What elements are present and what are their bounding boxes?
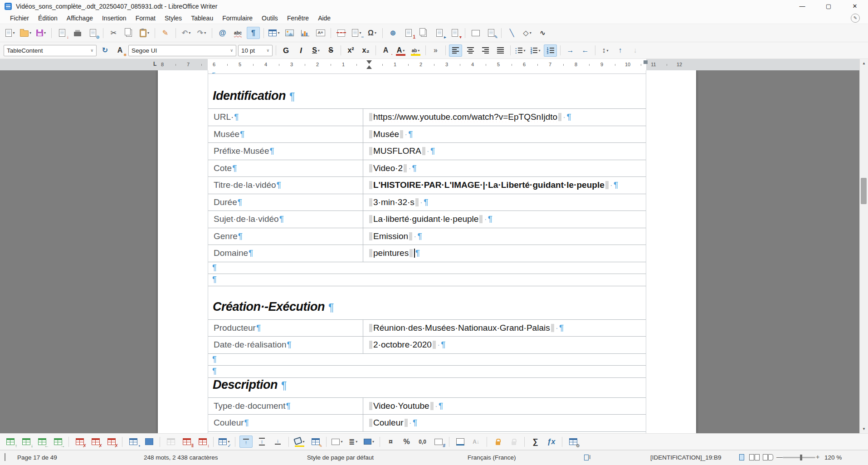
insert-field-icon[interactable]: –▾ [350, 27, 363, 39]
select-table-icon[interactable] [142, 436, 156, 448]
dropdown-arrow-icon[interactable]: ▾ [29, 31, 31, 35]
font-color-icon[interactable]: A▾ [394, 44, 407, 57]
right-indent-marker-icon[interactable] [644, 60, 648, 64]
dropdown-arrow-icon[interactable]: ▾ [318, 49, 320, 53]
table-cell-label[interactable]: Producteur¶ [208, 320, 363, 337]
percent-format-icon[interactable]: % [400, 436, 413, 448]
delete-column-icon[interactable]: ✗ [89, 436, 102, 448]
insert-caption-icon[interactable] [454, 436, 467, 448]
table-cell-label[interactable]: Cote¶ [208, 160, 363, 177]
insert-frame-icon[interactable] [469, 27, 482, 39]
selection-mode-icon[interactable]: I [584, 454, 590, 460]
page-break-icon[interactable] [335, 27, 348, 39]
number-format-icon[interactable]: # [432, 436, 445, 448]
insert-row-above-icon[interactable]: ↑ [4, 436, 17, 448]
new-style-icon[interactable]: A∗ [113, 44, 127, 57]
copy-icon[interactable] [122, 27, 136, 39]
dropdown-arrow-icon[interactable]: ▾ [341, 440, 342, 444]
menu-aide[interactable]: Aide [313, 13, 335, 23]
underline-icon[interactable]: S▾ [309, 44, 322, 57]
dropdown-arrow-icon[interactable]: ▾ [418, 49, 419, 53]
borders-icon[interactable]: ▾ [331, 436, 344, 448]
delete-row-icon[interactable]: ✗ [73, 436, 86, 448]
find-replace-icon[interactable]: @ [216, 27, 229, 39]
sum-icon[interactable]: ∑ [529, 436, 542, 448]
dropdown-arrow-icon[interactable]: ▾ [523, 49, 525, 53]
clone-formatting-icon[interactable]: ✎ [159, 27, 172, 39]
chevron-down-icon[interactable]: ∨ [263, 48, 269, 53]
protect-cells-icon[interactable] [491, 436, 504, 448]
dropdown-arrow-icon[interactable]: ▾ [356, 440, 357, 444]
open-folder-icon[interactable]: ▾ [19, 27, 32, 39]
increase-paragraph-spacing-icon[interactable]: ↑ [614, 44, 627, 57]
table-cell-label[interactable]: Musée¶ [208, 126, 363, 143]
insert-line-icon[interactable]: ╲ [505, 27, 518, 39]
menu-formulaire[interactable]: Formulaire [218, 13, 257, 23]
dropdown-arrow-icon[interactable]: ▾ [204, 31, 206, 35]
highlight-color-icon[interactable]: ab▾ [409, 44, 422, 57]
table-cell-label[interactable]: Date·de·réalisation¶ [208, 337, 363, 353]
page-style-status[interactable]: Style de page par défaut [307, 454, 374, 461]
table-properties-icon[interactable]: ⚙ [566, 436, 580, 448]
table-cell-value[interactable]: Réunion·des·Musées·Nationaux·Grand·Palai… [363, 323, 646, 333]
center-vertically-icon[interactable]: ↕ [255, 436, 268, 448]
horizontal-ruler[interactable]: L 87654321123456789101112 [0, 59, 860, 71]
empty-paragraph-row[interactable]: ¶ [208, 354, 646, 366]
menu-tableau[interactable]: Tableau [186, 13, 218, 23]
indent-marker-icon[interactable] [366, 60, 372, 69]
font-size-combo[interactable]: 10 pt ∨ [238, 45, 273, 56]
unordered-list-icon[interactable]: •••▾ [514, 44, 527, 57]
close-button[interactable]: ✕ [842, 0, 868, 12]
insert-image-icon[interactable] [283, 27, 296, 39]
table-cell-value[interactable]: MUSFLORA·¶ [363, 146, 646, 156]
table-cell-value[interactable]: 2·octobre·2020·¶ [363, 340, 646, 350]
dropdown-arrow-icon[interactable]: ▾ [530, 31, 532, 35]
menu-fenetre[interactable]: Fenêtre [283, 13, 313, 23]
insert-row-below-icon[interactable]: ↓ [20, 436, 33, 448]
section-heading[interactable]: Création·-Exécution¶ [208, 286, 646, 319]
table-cell-value[interactable]: Video·Youtube·¶ [363, 401, 646, 411]
autoformat-table-icon[interactable]: ✎ [309, 436, 322, 448]
table-cell-label[interactable]: Genre¶ [208, 228, 363, 245]
table-cell-value[interactable]: Video·2·¶ [363, 163, 646, 173]
table-cell-value[interactable]: https://www.youtube.com/watch?v=EpTQSnIj… [363, 112, 646, 122]
dropdown-arrow-icon[interactable]: ▾ [44, 31, 46, 35]
split-table-icon[interactable]: ↕ [196, 436, 209, 448]
insert-textbox-icon[interactable]: A= [314, 27, 327, 39]
insert-table-icon[interactable]: ▾ [268, 27, 281, 39]
align-left-icon[interactable] [449, 44, 462, 57]
border-style-icon[interactable]: ≣▾ [346, 436, 360, 448]
cell-reference-status[interactable]: [IDENTIFICATION]_19:B9 [650, 454, 722, 461]
track-changes-icon[interactable]: ✎ [484, 27, 497, 39]
table-cell-value[interactable]: Emission·¶ [363, 231, 646, 241]
table-background-color-icon[interactable]: ▾ [293, 436, 306, 448]
table-cell-label[interactable]: Couleur¶ [208, 415, 363, 431]
insert-bookmark-icon[interactable]: ▾ [448, 27, 461, 39]
table-cell-value[interactable]: L'HISTOIRE·PAR·L'IMAGE·|·La·Liberté·guid… [363, 180, 646, 190]
align-right-icon[interactable] [479, 44, 492, 57]
zoom-out-icon[interactable]: — [776, 453, 783, 460]
document-page[interactable]: ¶ Identification¶URL·¶https://www.youtub… [158, 70, 696, 433]
insert-chart-icon[interactable] [298, 27, 312, 39]
formula-icon[interactable]: ƒx [545, 436, 558, 448]
menu-fichier[interactable]: Fichier [5, 13, 34, 23]
dropdown-arrow-icon[interactable]: ▾ [606, 49, 608, 53]
optimize-size-icon[interactable]: ✓▾ [218, 436, 231, 448]
tab-stop-selector-icon[interactable]: L [153, 61, 156, 67]
empty-paragraph-row[interactable]: ¶ [208, 366, 646, 378]
chevron-down-icon[interactable]: ∨ [88, 48, 93, 53]
scroll-up-icon[interactable]: ▲ [860, 59, 868, 68]
basic-shapes-icon[interactable]: ◇▾ [521, 27, 534, 39]
sort-icon[interactable]: A↓ [469, 436, 483, 448]
print-icon[interactable] [71, 27, 84, 39]
menu-styles[interactable]: Styles [160, 13, 186, 23]
zoom-slider-handle[interactable] [800, 455, 802, 460]
table-cell-value[interactable]: peintures¶ [363, 248, 646, 258]
dropdown-arrow-icon[interactable]: ▾ [189, 31, 190, 35]
minimize-button[interactable]: — [789, 0, 815, 12]
clear-formatting-icon[interactable]: A· [379, 44, 392, 57]
dropdown-arrow-icon[interactable]: ▾ [375, 31, 376, 35]
redo-icon[interactable]: ↷▾ [195, 27, 208, 39]
superscript-icon[interactable]: x² [344, 44, 357, 57]
strikethrough-icon[interactable]: S [324, 44, 337, 57]
